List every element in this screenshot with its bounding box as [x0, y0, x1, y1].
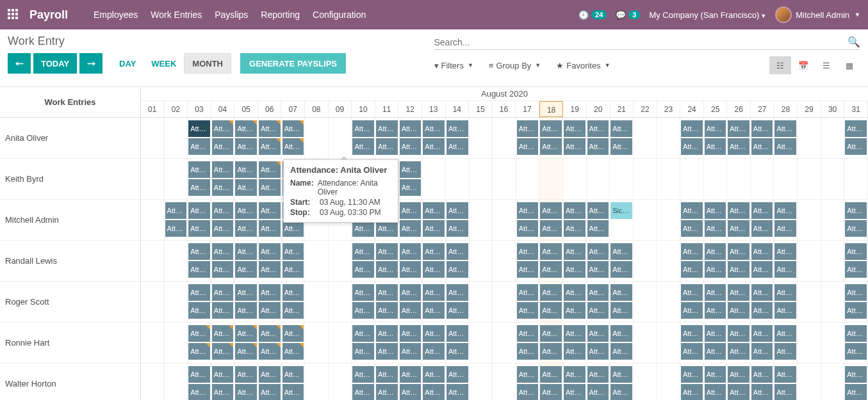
entry-attendance[interactable]: Atte…	[751, 220, 773, 237]
entry-attendance[interactable]: Atte…	[705, 325, 726, 342]
entry-attendance[interactable]: Atte…	[400, 179, 422, 196]
grid-cell[interactable]	[634, 241, 657, 281]
grid-cell[interactable]: Atte…Atte…	[234, 200, 258, 240]
entry-attendance[interactable]: Atte…	[212, 302, 234, 319]
range-day[interactable]: DAY	[111, 53, 143, 74]
grid-cell[interactable]	[141, 241, 165, 281]
grid-cell[interactable]	[634, 200, 657, 240]
entry-attendance[interactable]: Atte…	[283, 343, 304, 360]
entry-attendance[interactable]: Atte…	[212, 120, 234, 137]
grid-cell[interactable]: Atte…Atte…	[282, 282, 306, 322]
grid-cell[interactable]: Atte…Atte…	[422, 282, 446, 322]
grid-cell[interactable]	[821, 118, 845, 158]
grid-cell[interactable]	[305, 241, 329, 281]
entry-attendance[interactable]: Atte…	[587, 261, 609, 278]
entry-attendance[interactable]: Atte…	[610, 325, 632, 342]
entry-attendance[interactable]: Atte…	[517, 284, 539, 301]
grid-cell[interactable]	[329, 323, 352, 363]
entry-attendance[interactable]: Atte…	[446, 343, 468, 360]
grid-cell[interactable]: Atte…Atte…	[375, 323, 399, 363]
entry-attendance[interactable]: Atte…	[376, 366, 398, 383]
entry-attendance[interactable]: Atte…	[446, 302, 468, 319]
grid-cell[interactable]	[165, 241, 188, 281]
grid-cell[interactable]: Atte…Atte…	[610, 118, 634, 158]
grid-cell[interactable]	[305, 282, 329, 322]
entry-attendance[interactable]: Atte…	[376, 302, 398, 319]
entry-attendance[interactable]: Atte…	[352, 243, 374, 260]
entry-attendance[interactable]: Atte…	[283, 243, 304, 260]
grid-cell[interactable]: Atte…Atte…	[422, 200, 446, 240]
grid-cell[interactable]: Atte…Atte…	[563, 241, 587, 281]
grid-cell[interactable]	[844, 159, 868, 199]
entry-attendance[interactable]: Atte…	[587, 284, 609, 301]
entry-attendance[interactable]: Atte…	[212, 220, 234, 237]
entry-attendance[interactable]: Atte…	[845, 325, 867, 342]
grid-cell[interactable]: Atte…Atte…	[234, 282, 258, 322]
entry-attendance[interactable]: Atte…	[774, 366, 796, 383]
entry-attendance[interactable]: Atte…	[681, 220, 703, 237]
entry-attendance[interactable]: Atte…	[212, 325, 234, 342]
entry-attendance[interactable]: Atte…	[446, 243, 468, 260]
entry-attendance[interactable]: Atte…	[705, 302, 726, 319]
grid-cell[interactable]	[610, 159, 634, 199]
entry-attendance[interactable]: Atte…	[259, 325, 281, 342]
grid-cell[interactable]: Atte…Atte…	[399, 159, 423, 199]
entry-attendance[interactable]: Atte…	[587, 138, 609, 155]
entry-attendance[interactable]: Atte…	[259, 284, 281, 301]
entry-attendance[interactable]: Atte…	[165, 220, 187, 237]
entry-attendance[interactable]: Atte…	[540, 366, 562, 383]
grid-cell[interactable]	[165, 282, 188, 322]
entry-attendance[interactable]: Atte…	[610, 302, 632, 319]
entry-attendance[interactable]: Atte…	[845, 384, 867, 400]
entry-attendance[interactable]: Atte…	[188, 220, 210, 237]
grid-cell[interactable]	[704, 159, 728, 199]
entry-attendance[interactable]: Atte…	[446, 202, 468, 219]
grid-cell[interactable]	[493, 282, 516, 322]
entry-attendance[interactable]: Atte…	[751, 302, 773, 319]
entry-attendance[interactable]: Atte…	[564, 284, 585, 301]
grid-cell[interactable]: Atte…Atte…	[844, 241, 868, 281]
entry-attendance[interactable]: Atte…	[259, 220, 281, 237]
grid-cell[interactable]: Atte…Atte…	[727, 241, 751, 281]
entry-attendance[interactable]: Atte…	[517, 220, 539, 237]
entry-attendance[interactable]: Atte…	[751, 138, 773, 155]
entry-attendance[interactable]: Atte…	[728, 325, 749, 342]
entry-attendance[interactable]: Atte…	[446, 366, 468, 383]
entry-attendance[interactable]: Atte…	[212, 161, 234, 178]
entry-attendance[interactable]: Atte…	[564, 384, 585, 400]
entry-attendance[interactable]: Atte…	[259, 243, 281, 260]
entry-attendance[interactable]: Atte…	[352, 284, 374, 301]
grid-cell[interactable]	[657, 364, 680, 400]
nav-link-work-entries[interactable]: Work Entries	[151, 10, 202, 20]
employee-row[interactable]: Anita Oliver	[0, 118, 140, 159]
grid-cell[interactable]: Atte…Atte…	[446, 200, 470, 240]
entry-attendance[interactable]: Atte…	[774, 384, 796, 400]
entry-attendance[interactable]: Atte…	[564, 120, 585, 137]
entry-attendance[interactable]: Atte…	[728, 220, 749, 237]
entry-attendance[interactable]: Atte…	[564, 220, 585, 237]
grid-cell[interactable]: Atte…Atte…	[188, 241, 211, 281]
entry-attendance[interactable]: Atte…	[774, 325, 796, 342]
entry-attendance[interactable]: Atte…	[845, 366, 867, 383]
grid-cell[interactable]: Atte…Atte…	[399, 323, 423, 363]
entry-attendance[interactable]: Atte…	[774, 120, 796, 137]
entry-attendance[interactable]: Atte…	[728, 302, 749, 319]
entry-attendance[interactable]: Atte…	[681, 284, 703, 301]
entry-attendance[interactable]: Atte…	[400, 261, 422, 278]
entry-attendance[interactable]: Atte…	[774, 343, 796, 360]
entry-attendance[interactable]: Atte…	[540, 120, 562, 137]
entry-attendance[interactable]: Atte…	[400, 302, 422, 319]
entry-attendance[interactable]: Atte…	[517, 325, 539, 342]
entry-attendance[interactable]: Atte…	[212, 366, 234, 383]
activity-indicator[interactable]: 🕘 24	[578, 10, 607, 20]
entry-attendance[interactable]: Atte…	[212, 284, 234, 301]
entry-attendance[interactable]: Atte…	[564, 202, 585, 219]
company-switcher[interactable]: My Company (San Francisco)▼	[649, 10, 766, 20]
grid-cell[interactable]: Atte…Atte…	[704, 200, 728, 240]
entry-attendance[interactable]: Atte…	[587, 325, 609, 342]
grid-cell[interactable]	[329, 241, 352, 281]
grid-cell[interactable]: Atte…Atte…	[587, 282, 610, 322]
entry-attendance[interactable]: Atte…	[517, 343, 539, 360]
entry-attendance[interactable]: Atte…	[774, 302, 796, 319]
grid-cell[interactable]	[657, 282, 680, 322]
